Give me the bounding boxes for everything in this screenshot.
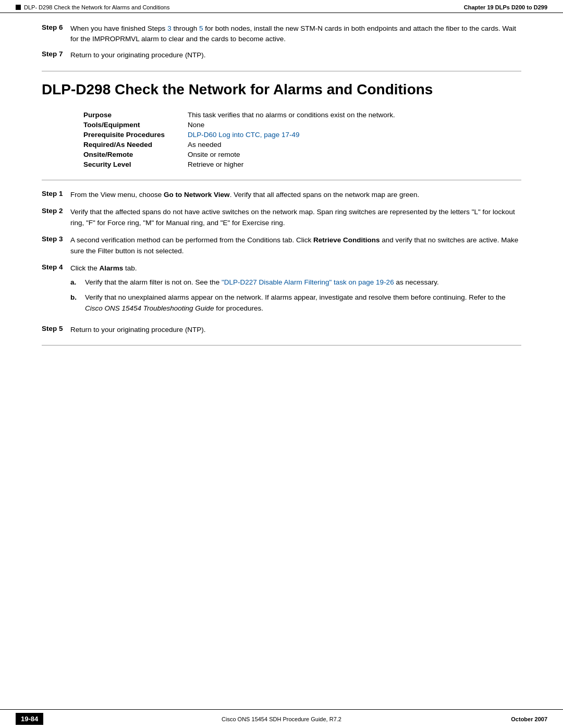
alarms-tab-bold: Alarms: [100, 264, 124, 272]
required-label: Required/As Needed: [83, 141, 188, 149]
proc-step-2: Step 2 Verify that the affected spans do…: [42, 207, 521, 229]
header-chapter: Chapter 19 DLPs D200 to D299: [464, 4, 547, 10]
step-6-text-part1: When you have finished Steps: [70, 24, 167, 32]
page-container: DLP- D298 Check the Network for Alarms a…: [0, 0, 563, 728]
step-6-text-part2: through: [172, 24, 199, 32]
retrieve-conditions-bold: Retrieve Conditions: [313, 236, 380, 244]
main-content: Step 6 When you have finished Steps 3 th…: [0, 13, 563, 728]
step-6-row: Step 6 When you have finished Steps 3 th…: [42, 23, 521, 45]
info-row-prereq: Prerequisite Procedures DLP-D60 Log into…: [83, 131, 521, 139]
section-divider-1: [42, 71, 521, 71]
sub-step-4b: b. Verify that no unexplained alarms app…: [70, 292, 521, 314]
proc-step-1: Step 1 From the View menu, choose Go to …: [42, 190, 521, 201]
step-6-link1[interactable]: 3: [167, 24, 172, 32]
dlp-d227-link[interactable]: "DLP-D227 Disable Alarm Filtering" task …: [222, 278, 394, 286]
info-row-purpose: Purpose This task verifies that no alarm…: [83, 111, 521, 119]
sub-step-4a-label: a.: [70, 277, 85, 288]
step-7-row: Step 7 Return to your originating proced…: [42, 50, 521, 60]
header-section-title: DLP- D298 Check the Network for Alarms a…: [24, 4, 169, 10]
security-label: Security Level: [83, 161, 188, 168]
proc-step-1-content: From the View menu, choose Go to Network…: [70, 190, 521, 201]
footer-doc-title: Cisco ONS 15454 SDH Procedure Guide, R7.…: [222, 716, 341, 722]
chapter-title: DLP-D298 Check the Network for Alarms an…: [42, 81, 521, 98]
sub-step-4b-content: Verify that no unexplained alarms appear…: [85, 292, 521, 314]
sub-step-4a-content: Verify that the alarm filter is not on. …: [85, 277, 521, 288]
page-header: DLP- D298 Check the Network for Alarms a…: [0, 0, 563, 13]
step-7-label: Step 7: [42, 50, 70, 58]
section-divider-3: [42, 345, 521, 346]
footer-page-number: 19-84: [16, 713, 43, 725]
go-to-network-view-bold: Go to Network View: [164, 191, 230, 199]
proc-step-5-content: Return to your originating procedure (NT…: [70, 325, 521, 336]
purpose-label: Purpose: [83, 111, 188, 119]
security-value: Retrieve or higher: [188, 161, 521, 168]
step-6-label: Step 6: [42, 23, 70, 31]
troubleshooting-guide-italic: Cisco ONS 15454 Troubleshooting Guide: [85, 304, 214, 312]
proc-step-1-label: Step 1: [42, 190, 70, 198]
page-footer: 19-84 Cisco ONS 15454 SDH Procedure Guid…: [0, 709, 563, 728]
prior-steps-section: Step 6 When you have finished Steps 3 th…: [42, 23, 521, 60]
info-table: Purpose This task verifies that no alarm…: [83, 111, 521, 168]
proc-step-5: Step 5 Return to your originating proced…: [42, 325, 521, 336]
prereq-value[interactable]: DLP-D60 Log into CTC, page 17-49: [188, 131, 521, 139]
proc-step-3-label: Step 3: [42, 235, 70, 243]
proc-step-5-label: Step 5: [42, 325, 70, 332]
info-row-security: Security Level Retrieve or higher: [83, 161, 521, 168]
onsite-label: Onsite/Remote: [83, 151, 188, 158]
step-6-content: When you have finished Steps 3 through 5…: [70, 23, 521, 45]
section-divider-2: [42, 180, 521, 180]
proc-step-3-content: A second verification method can be perf…: [70, 235, 521, 257]
proc-step-3: Step 3 A second verification method can …: [42, 235, 521, 257]
procedure-steps: Step 1 From the View menu, choose Go to …: [42, 190, 521, 335]
header-left: DLP- D298 Check the Network for Alarms a…: [16, 4, 169, 10]
proc-step-4-content: Click the Alarms tab. a. Verify that the…: [70, 263, 521, 318]
sub-steps-4: a. Verify that the alarm filter is not o…: [70, 277, 521, 314]
proc-step-4: Step 4 Click the Alarms tab. a. Verify t…: [42, 263, 521, 318]
tools-label: Tools/Equipment: [83, 121, 188, 129]
prereq-label: Prerequisite Procedures: [83, 131, 188, 139]
onsite-value: Onsite or remote: [188, 151, 521, 158]
footer-left: 19-84: [16, 713, 43, 725]
sub-step-4b-label: b.: [70, 292, 85, 303]
proc-step-2-label: Step 2: [42, 207, 70, 215]
header-square-icon: [16, 5, 21, 10]
sub-step-4a: a. Verify that the alarm filter is not o…: [70, 277, 521, 288]
proc-step-4-label: Step 4: [42, 263, 70, 271]
proc-step-2-content: Verify that the affected spans do not ha…: [70, 207, 521, 229]
footer-date: October 2007: [511, 716, 547, 722]
tools-value: None: [188, 121, 521, 129]
step-7-content: Return to your originating procedure (NT…: [70, 50, 521, 60]
required-value: As needed: [188, 141, 521, 149]
purpose-value: This task verifies that no alarms or con…: [188, 111, 521, 119]
info-row-onsite: Onsite/Remote Onsite or remote: [83, 151, 521, 158]
info-row-tools: Tools/Equipment None: [83, 121, 521, 129]
info-row-required: Required/As Needed As needed: [83, 141, 521, 149]
